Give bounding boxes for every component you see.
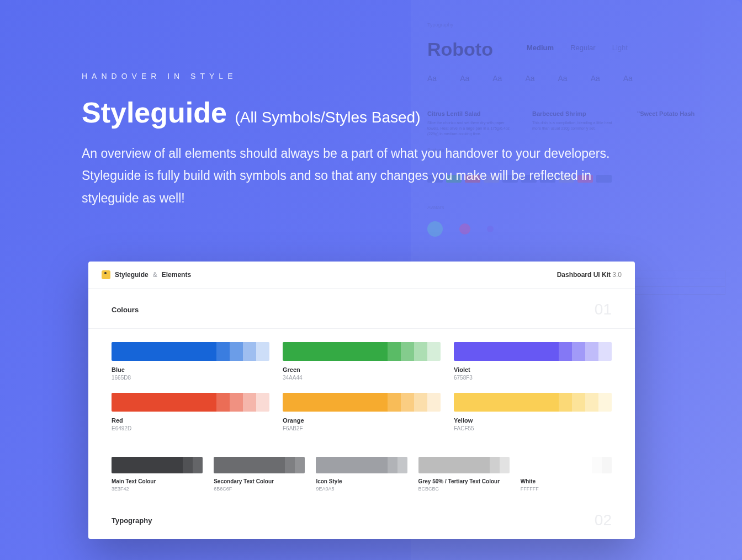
color-swatch <box>283 342 441 361</box>
color-swatch <box>454 342 612 361</box>
color-hex: 6B6C6F <box>214 486 305 492</box>
logo-icon <box>102 270 110 279</box>
section-typography-header: Typography 02 <box>88 495 635 539</box>
page-title: Styleguide (All Symbols/Styles Based) <box>82 98 632 127</box>
color-swatch <box>418 457 510 473</box>
color-name: Main Text Colour <box>112 478 203 484</box>
color-block: Blue1665D8 <box>112 342 269 381</box>
colors-grid: Blue1665D8Green34AA44Violet6758F3 RedE64… <box>88 342 635 457</box>
color-swatch <box>521 457 612 473</box>
color-block: Green34AA44 <box>283 342 441 381</box>
section-colours-header: Colours 01 <box>88 289 635 328</box>
page-subtitle: (All Symbols/Styles Based) <box>235 109 420 126</box>
color-swatch <box>283 393 441 412</box>
color-hex: FACF55 <box>454 425 612 431</box>
styleguide-card: Styleguide & Elements Dashboard UI Kit 3… <box>88 262 635 539</box>
color-name: Grey 50% / Tertiary Text Colour <box>418 478 510 484</box>
color-name: Violet <box>454 366 612 373</box>
card-header-right: Dashboard UI Kit 3.0 <box>557 271 622 279</box>
color-swatch <box>112 457 203 473</box>
card-header: Styleguide & Elements Dashboard UI Kit 3… <box>88 262 635 289</box>
color-block: Main Text Colour3E3F42 <box>112 457 203 492</box>
color-name: Green <box>283 366 441 373</box>
color-name: Icon Style <box>316 478 407 484</box>
color-hex: 1665D8 <box>112 375 269 381</box>
color-swatch <box>316 457 407 473</box>
color-block: OrangeF6AB2F <box>283 393 441 431</box>
color-name: Blue <box>112 366 269 373</box>
color-name: Secondary Text Colour <box>214 478 305 484</box>
hero: HANDOVER IN STYLE Styleguide (All Symbol… <box>82 72 632 209</box>
page-description: An overview of all elements should alway… <box>82 142 612 209</box>
color-block: Secondary Text Colour6B6C6F <box>214 457 305 492</box>
bg-weights: Medium Regular Light <box>527 44 725 52</box>
color-block: Violet6758F3 <box>454 342 612 381</box>
color-name: Red <box>112 417 269 424</box>
bg-avatars: Avatars <box>427 205 725 237</box>
divider <box>88 328 635 329</box>
color-hex: 9EA0A5 <box>316 486 407 492</box>
neutral-row: Main Text Colour3E3F42Secondary Text Col… <box>88 457 635 495</box>
color-hex: 34AA44 <box>283 375 441 381</box>
color-swatch <box>214 457 305 473</box>
color-hex: BCBCBC <box>418 486 510 492</box>
eyebrow: HANDOVER IN STYLE <box>82 72 632 81</box>
color-block: RedE6492D <box>112 393 269 431</box>
color-hex: FFFFFF <box>521 486 612 492</box>
color-name: Yellow <box>454 417 612 424</box>
color-swatch <box>112 342 269 361</box>
bg-typography-label: Typography <box>427 22 725 28</box>
color-block: Grey 50% / Tertiary Text ColourBCBCBC <box>418 457 510 492</box>
color-hex: 6758F3 <box>454 375 612 381</box>
color-block: Icon Style9EA0A5 <box>316 457 407 492</box>
color-hex: F6AB2F <box>283 425 441 431</box>
color-hex: 3E3F42 <box>112 486 203 492</box>
color-block: WhiteFFFFFF <box>521 457 612 492</box>
color-swatch <box>112 393 269 412</box>
color-name: White <box>521 478 612 484</box>
color-hex: E6492D <box>112 425 269 431</box>
card-header-left: Styleguide & Elements <box>102 270 191 279</box>
color-block: YellowFACF55 <box>454 393 612 431</box>
color-name: Orange <box>283 417 441 424</box>
color-swatch <box>454 393 612 412</box>
